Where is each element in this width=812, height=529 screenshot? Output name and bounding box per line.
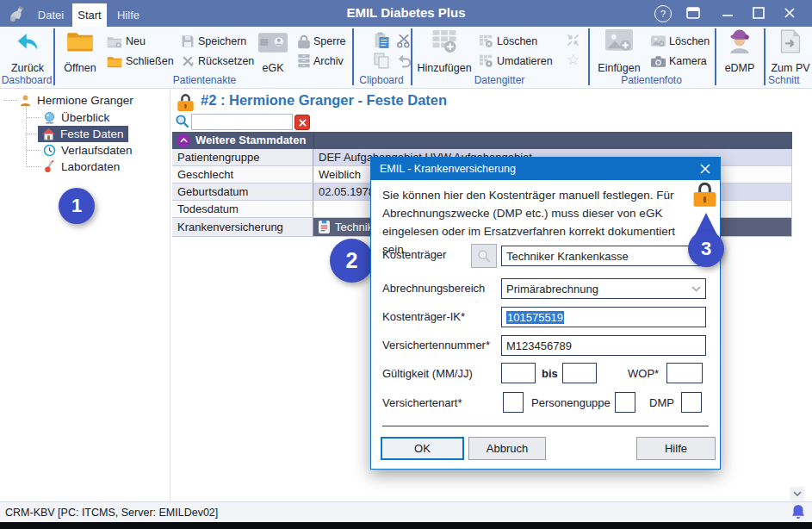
group-separator (53, 28, 55, 85)
help-icon[interactable]: ? (654, 5, 672, 22)
sidebar-item-verlaufsdaten[interactable]: Verlaufsdaten (43, 142, 133, 159)
kostentraeger-field[interactable]: Techniker Krankenkasse (501, 246, 706, 266)
history-clock-icon (43, 144, 56, 157)
tree-connector (27, 150, 40, 151)
gueltigkeit-bis-field[interactable] (562, 363, 597, 383)
add-row-button[interactable]: Hinzufügen (415, 29, 474, 74)
dropdown-chevron-icon (691, 286, 701, 292)
group-separator (715, 28, 716, 85)
section-header[interactable]: Weitere Stammdaten (172, 132, 792, 149)
dmp-label: DMP (649, 396, 674, 409)
reset-icon (181, 54, 195, 68)
redate-grid-icon (479, 54, 493, 68)
row-label-geschlecht: Geschlecht (172, 166, 313, 184)
paste-button[interactable] (374, 32, 390, 49)
tree-connector (3, 100, 17, 101)
camera-button[interactable]: Kamera (651, 53, 707, 70)
sidebar-item-labordaten[interactable]: Labordaten (43, 159, 120, 175)
wop-field[interactable] (666, 363, 703, 383)
close-icon[interactable] (778, 5, 801, 21)
add-grid-icon (431, 29, 457, 53)
versichertenart-field[interactable] (503, 392, 524, 413)
save-button[interactable]: Speichern (181, 33, 246, 50)
group-label-clipboard: Clipboard (352, 74, 411, 86)
clear-search-icon[interactable] (294, 115, 310, 130)
insurance-card-icon (319, 221, 330, 233)
back-button[interactable]: Zurück (5, 29, 50, 74)
insert-photo-button[interactable]: Einfügen (594, 29, 644, 74)
row-label-patientengruppe: Patientengruppe (172, 149, 313, 166)
group-separator (764, 28, 766, 85)
group-label-dashboard: Dashboard (0, 74, 53, 86)
delete-photo-icon (651, 35, 666, 47)
abrechnungsbereich-select[interactable]: Primärabrechnung (501, 278, 706, 299)
dmp-field[interactable] (681, 392, 702, 413)
ribbon-toggle-icon[interactable] (685, 5, 701, 21)
egk-card-icon (258, 33, 288, 53)
taskbar-strip (0, 522, 812, 529)
personengruppe-field[interactable] (615, 392, 635, 413)
close-folder-icon (107, 55, 122, 68)
zum-pv-button[interactable]: Zum PV (768, 29, 812, 74)
minimize-icon[interactable] (716, 5, 739, 21)
page-title: #2 : Hermione Granger - Feste Daten (201, 92, 447, 109)
collapse-section-icon[interactable] (177, 134, 190, 147)
undo-button[interactable] (396, 53, 412, 69)
search-input[interactable] (191, 114, 293, 130)
lock-gray-icon (298, 34, 310, 49)
lock-record-button[interactable]: Sperre (298, 33, 346, 50)
gueltigkeit-label: Gültigkeit (MM/JJ) (382, 367, 473, 380)
star-icon[interactable]: ☆ (567, 51, 580, 69)
copy-button[interactable] (374, 53, 389, 69)
personengruppe-label: Personenguppe (531, 396, 611, 409)
row-label-todesdatum: Todesdatum (172, 201, 313, 218)
archive-icon (298, 54, 310, 68)
redate-button[interactable]: Umdatieren (479, 53, 553, 70)
save-icon (181, 34, 195, 48)
dialog-title: EMIL - Krankenversicherung (380, 163, 516, 175)
open-button[interactable]: Öffnen (57, 29, 103, 74)
hilfe-button[interactable]: Hilfe (636, 437, 716, 460)
title-bar: Datei Start Hilfe EMIL Diabetes Plus ? (0, 0, 812, 27)
close-record-button[interactable]: Schließen (107, 53, 174, 70)
kostentraeger-ik-field[interactable]: 101575519 (501, 307, 706, 327)
sidebar-item-ueberblick[interactable]: Überblick (43, 109, 109, 126)
archive-button[interactable]: Archiv (298, 53, 344, 70)
dialog-close-icon[interactable] (697, 162, 713, 176)
callout-marker-3: 3 (688, 231, 724, 267)
group-label-patientenakte: Patientenakte (57, 74, 352, 86)
dialog-separator (382, 426, 709, 426)
export-icon (780, 29, 801, 53)
tree-connector (26, 103, 27, 167)
patient-icon (19, 94, 32, 107)
versichertennummer-field[interactable]: M123456789 (501, 335, 706, 356)
reset-button[interactable]: Rücksetzen (181, 53, 254, 70)
collapse-grid-icon[interactable] (567, 34, 580, 47)
bell-icon[interactable] (791, 504, 805, 520)
selected-text: 101575519 (506, 311, 564, 324)
row-label-krankenversicherung: Krankenversicherung (172, 218, 313, 237)
row-label-geburtsdatum: Geburtsdatum (172, 184, 313, 201)
abbruch-button[interactable]: Abbruch (468, 437, 546, 460)
egk-button[interactable]: eGK (253, 29, 293, 74)
tree-connector (27, 117, 40, 118)
kostentraeger-search-button[interactable] (471, 244, 497, 268)
dialog-title-bar[interactable]: EMIL - Krankenversicherung (371, 158, 720, 180)
maximize-icon[interactable] (747, 5, 770, 21)
delete-photo-button[interactable]: Löschen (651, 33, 710, 50)
gueltigkeit-von-field[interactable] (501, 363, 536, 383)
kostentraeger-ik-label: Kostenträger-IK* (382, 310, 465, 323)
delete-row-button[interactable]: Löschen (479, 33, 537, 50)
sidebar-item-feste-daten[interactable]: Feste Daten (38, 126, 128, 142)
wop-label: WOP* (628, 367, 659, 380)
tree-root-patient[interactable]: Hermione Granger (19, 92, 133, 109)
new-button[interactable]: Neu (107, 33, 146, 50)
record-lock-icon (177, 93, 194, 112)
scroll-down-icon[interactable] (790, 487, 804, 501)
ok-button[interactable]: OK (381, 437, 464, 460)
edmp-button[interactable]: eDMP (720, 29, 759, 74)
dialog-lock-icon (693, 181, 716, 208)
copy-icon (374, 53, 389, 69)
undo-icon (396, 53, 412, 69)
open-folder-icon (66, 29, 94, 53)
